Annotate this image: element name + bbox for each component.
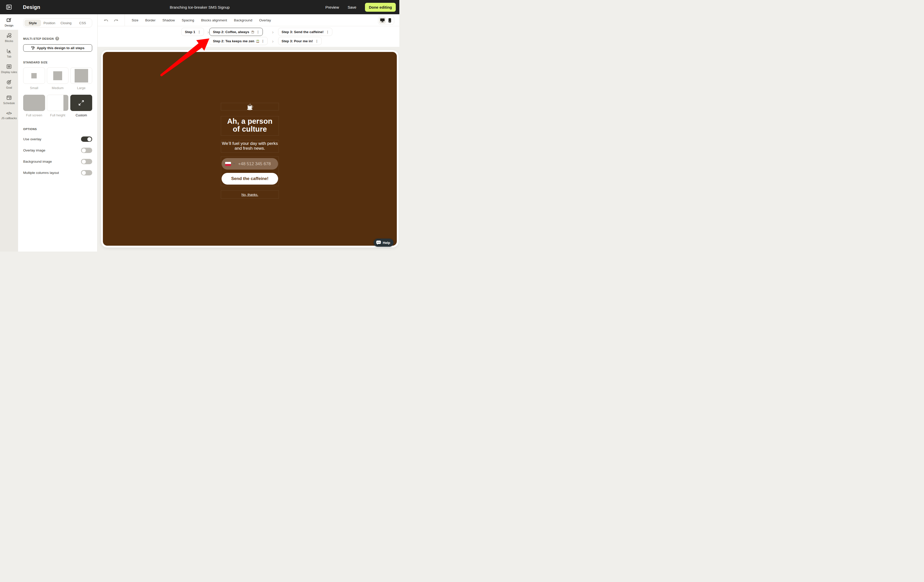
emoji-block[interactable] (221, 103, 279, 110)
device-preview-toggle (378, 16, 394, 25)
panel-tabbar: Style Position Closing CSS (23, 18, 92, 28)
sidebar-item-js-callbacks[interactable]: </> JS callbacks (0, 107, 18, 123)
expand-arrows-icon (78, 99, 85, 107)
heading-block[interactable]: Ah, a person of culture (221, 116, 279, 136)
submit-button[interactable]: Send the caffeine! (221, 173, 278, 185)
done-editing-button[interactable]: Done editing (365, 3, 396, 12)
help-button[interactable]: Help (374, 239, 393, 247)
page-title: Design (23, 4, 40, 10)
redo-button[interactable] (113, 18, 119, 22)
sidebar-item-blocks[interactable]: Blocks (0, 30, 18, 45)
size-option-full-height[interactable]: Full height (47, 95, 69, 122)
document-title: Branching Ice-breaker SMS Signup (170, 5, 229, 10)
step-3-caffeine-pill[interactable]: Step 3: Send the caffeine! ⋮ (278, 28, 332, 36)
step-menu-icon[interactable]: ⋮ (256, 30, 260, 34)
design-settings-panel: Style Position Closing CSS MULTI-STEP DE… (18, 14, 97, 252)
sidebar-item-label: JS callbacks (1, 117, 17, 120)
multiple-columns-toggle[interactable] (81, 170, 92, 175)
display-rules-icon (6, 64, 12, 69)
step-menu-icon[interactable]: ⋮ (315, 40, 319, 43)
sidebar-item-label: Tab (7, 55, 12, 58)
option-row-background-image: Background image (23, 159, 92, 164)
step-1-pill[interactable]: Step 1 ⋮ (182, 28, 204, 36)
save-button[interactable]: Save (348, 5, 356, 10)
option-row-multiple-columns: Multiple columns layout (23, 170, 92, 175)
tab-closing[interactable]: Closing (58, 20, 74, 26)
body-text-block[interactable]: We’ll fuel your day with perks and fresh… (221, 140, 279, 152)
toolbar-item-size[interactable]: Size (132, 18, 138, 22)
sidebar-item-label: Schedule (3, 102, 15, 105)
step-3-pour-pill[interactable]: Step 3: Pour me in! ⋮ (278, 37, 322, 45)
sidebar-item-goal[interactable]: Goal (0, 76, 18, 92)
step-menu-icon[interactable]: ⋮ (197, 30, 201, 34)
goal-icon (6, 79, 12, 85)
coffee-emoji (246, 103, 254, 110)
mobile-preview-button[interactable] (386, 17, 393, 24)
sms-form-block[interactable]: +48 512 345 678 Send the caffeine! (221, 157, 279, 186)
size-option-large[interactable]: Large (70, 68, 92, 95)
chat-icon (376, 240, 381, 245)
preview-button[interactable]: Preview (325, 5, 339, 10)
chevron-right-icon: › (272, 30, 274, 35)
tab-style[interactable]: Style (25, 20, 41, 26)
toolbar-item-background[interactable]: Background (234, 18, 252, 22)
mobile-icon (388, 18, 391, 23)
canvas-toolbar: Size Border Shadow Spacing Blocks alignm… (97, 14, 399, 26)
code-icon: </> (7, 111, 12, 115)
size-option-small[interactable]: Small (23, 68, 45, 95)
country-dropdown-icon[interactable] (233, 163, 235, 165)
size-option-medium[interactable]: Medium (47, 68, 69, 95)
chevron-right-icon: › (208, 30, 209, 35)
options-section-label: OPTIONS (23, 127, 92, 130)
background-image-toggle[interactable] (81, 159, 92, 164)
tea-emoji-icon (256, 39, 259, 43)
step-2-coffee-pill[interactable]: Step 2: Coffee, always ⋮ (210, 28, 263, 36)
sidebar-item-label: Blocks (5, 40, 13, 43)
sidebar-item-schedule[interactable]: Schedule (0, 92, 18, 107)
option-row-use-overlay: Use overlay (23, 137, 92, 142)
redo-icon (113, 18, 119, 22)
canvas-area: Size Border Shadow Spacing Blocks alignm… (97, 14, 399, 252)
app-root: Design Branching Ice-breaker SMS Signup … (0, 0, 399, 252)
toolbar-item-border[interactable]: Border (145, 18, 156, 22)
help-question-icon[interactable]: ? (55, 37, 59, 41)
sidebar-item-label: Design (5, 24, 13, 27)
tab-icon (6, 48, 12, 54)
undo-button[interactable] (104, 18, 109, 22)
undo-icon (104, 18, 109, 22)
standard-size-grid: Small Medium Large Full screen Full heig… (23, 68, 92, 122)
dismiss-block[interactable]: No, thanks. (221, 190, 279, 199)
sidebar-item-design[interactable]: Design (0, 14, 18, 30)
desktop-preview-button[interactable] (379, 17, 386, 24)
toolbar-item-blocks-alignment[interactable]: Blocks alignment (201, 18, 227, 22)
multi-step-section-label: MULTI-STEP DESIGN ? (23, 37, 92, 41)
phone-input[interactable]: +48 512 345 678 (221, 158, 278, 170)
blocks-icon (6, 33, 12, 38)
poland-flag-icon (225, 162, 231, 166)
design-icon (6, 17, 12, 23)
desktop-icon (380, 18, 385, 22)
step-menu-icon[interactable]: ⋮ (326, 30, 330, 34)
use-overlay-toggle[interactable] (81, 137, 92, 142)
tab-position[interactable]: Position (41, 20, 58, 26)
sidebar-item-label: Display rules (1, 71, 17, 74)
size-option-custom[interactable]: Custom (70, 95, 92, 122)
sidebar-item-display-rules[interactable]: Display rules (0, 61, 18, 76)
sidebar-item-label: Goal (6, 86, 12, 89)
tab-css[interactable]: CSS (74, 20, 91, 26)
sidebar-item-tab[interactable]: Tab (0, 45, 18, 61)
overlay-image-toggle[interactable] (81, 148, 92, 153)
topbar: Design Branching Ice-breaker SMS Signup … (0, 0, 399, 14)
option-row-overlay-image: Overlay image (23, 148, 92, 153)
collapse-sidebar-icon[interactable] (6, 4, 12, 10)
step-menu-icon[interactable]: ⋮ (261, 40, 265, 43)
no-thanks-link[interactable]: No, thanks. (241, 193, 258, 196)
size-option-full-screen[interactable]: Full screen (23, 95, 45, 122)
chevron-right-icon: › (272, 39, 274, 43)
toolbar-item-spacing[interactable]: Spacing (182, 18, 194, 22)
toolbar-item-shadow[interactable]: Shadow (162, 18, 175, 22)
step-2-tea-pill[interactable]: Step 2: Tea keeps me zen ⋮ (210, 37, 268, 45)
apply-design-all-steps-button[interactable]: Apply this design to all steps (23, 44, 92, 52)
popup-preview: Ah, a person of culture We’ll fuel your … (103, 52, 397, 246)
toolbar-item-overlay[interactable]: Overlay (259, 18, 271, 22)
